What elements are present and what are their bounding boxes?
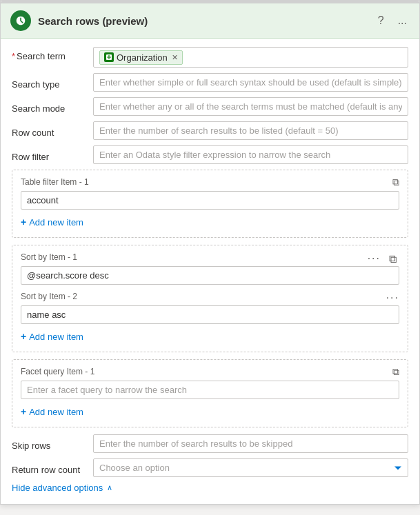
sort-item2-more-icon[interactable]: ···	[386, 292, 399, 304]
sort-item1-label: Sort by Item - 1	[21, 252, 399, 262]
row-filter-input[interactable]	[93, 145, 408, 164]
panel-body: *Search term Organization ✕ Search type	[1, 39, 419, 504]
sort-section: Sort by Item - 1 ··· ⧉ Sort by Item - 2 …	[12, 245, 408, 352]
app-logo	[10, 10, 31, 31]
table-filter-section: Table filter Item - 1 ⧉ + Add new item	[12, 170, 408, 238]
facet-add-label: Add new item	[29, 407, 83, 417]
table-filter-input[interactable]	[21, 191, 399, 210]
search-type-label: Search type	[12, 75, 88, 90]
skip-rows-label: Skip rows	[12, 436, 88, 451]
search-term-field-wrap: Organization ✕	[93, 47, 408, 68]
row-filter-field-wrap	[93, 145, 408, 164]
search-term-label: *Search term	[12, 47, 88, 61]
tag-icon	[104, 52, 114, 62]
required-star: *	[12, 51, 15, 61]
return-row-count-select[interactable]: Choose an option	[93, 458, 408, 477]
return-row-count-label: Return row count	[12, 461, 88, 475]
search-type-row: Search type	[12, 73, 408, 92]
row-filter-row: Row filter	[12, 145, 408, 164]
sort-item1-more-icon[interactable]: ···	[368, 252, 381, 266]
search-mode-row: Search mode	[12, 97, 408, 116]
panel-header: Search rows (preview) ? ...	[1, 3, 419, 39]
row-count-row: Row count	[12, 121, 408, 140]
tag-label: Organization	[117, 52, 168, 63]
search-mode-input[interactable]	[93, 97, 408, 116]
row-count-field-wrap	[93, 121, 408, 140]
hide-advanced-btn[interactable]: Hide advanced options ∧	[12, 483, 112, 493]
sort-item1-input[interactable]	[21, 266, 399, 285]
header-icons: ? ...	[375, 14, 410, 28]
return-row-count-wrap: Choose an option	[93, 458, 408, 477]
sort-add-btn[interactable]: + Add new item	[21, 328, 83, 345]
row-count-input[interactable]	[93, 121, 408, 140]
facet-add-icon: +	[21, 406, 26, 417]
facet-add-btn[interactable]: + Add new item	[21, 403, 83, 420]
table-filter-add-btn[interactable]: + Add new item	[21, 214, 83, 230]
search-term-tag-field[interactable]: Organization ✕	[93, 47, 408, 68]
facet-input[interactable]	[21, 381, 399, 399]
search-term-row: *Search term Organization ✕	[12, 47, 408, 68]
add-btn-label: Add new item	[29, 217, 83, 228]
search-type-field-wrap	[93, 73, 408, 92]
row-count-label: Row count	[12, 123, 88, 138]
more-icon[interactable]: ...	[395, 14, 410, 28]
help-icon[interactable]: ?	[375, 14, 387, 28]
search-mode-field-wrap	[93, 97, 408, 116]
skip-rows-field-wrap	[93, 434, 408, 453]
search-type-input[interactable]	[93, 73, 408, 92]
skip-rows-row: Skip rows	[12, 434, 408, 453]
table-filter-section-label: Table filter Item - 1	[21, 177, 399, 187]
add-icon: +	[21, 216, 26, 228]
chevron-up-icon: ∧	[107, 483, 112, 492]
facet-actions: ⧉	[390, 365, 402, 378]
sort-add-icon: +	[21, 331, 26, 342]
sort-item1-copy-icon[interactable]: ⧉	[386, 252, 399, 266]
hide-advanced-label: Hide advanced options	[12, 483, 103, 493]
sort-item2-input[interactable]	[21, 305, 399, 324]
sort-add-label: Add new item	[29, 332, 83, 342]
search-mode-label: Search mode	[12, 99, 88, 114]
main-panel: Search rows (preview) ? ... *Search term…	[0, 0, 420, 505]
organization-tag: Organization ✕	[99, 50, 183, 65]
skip-rows-input[interactable]	[93, 434, 408, 453]
table-filter-actions: ⧉	[390, 176, 402, 188]
facet-section-label: Facet query Item - 1	[21, 367, 399, 376]
panel-title: Search rows (preview)	[38, 15, 368, 27]
return-row-count-row: Return row count Choose an option	[12, 458, 408, 477]
row-filter-label: Row filter	[12, 148, 88, 162]
tag-close-icon[interactable]: ✕	[172, 53, 178, 62]
table-filter-copy-icon[interactable]: ⧉	[390, 176, 402, 188]
facet-section: Facet query Item - 1 ⧉ + Add new item	[12, 359, 408, 427]
facet-copy-icon[interactable]: ⧉	[390, 365, 402, 378]
sort-item2-label: Sort by Item - 2	[21, 292, 399, 301]
